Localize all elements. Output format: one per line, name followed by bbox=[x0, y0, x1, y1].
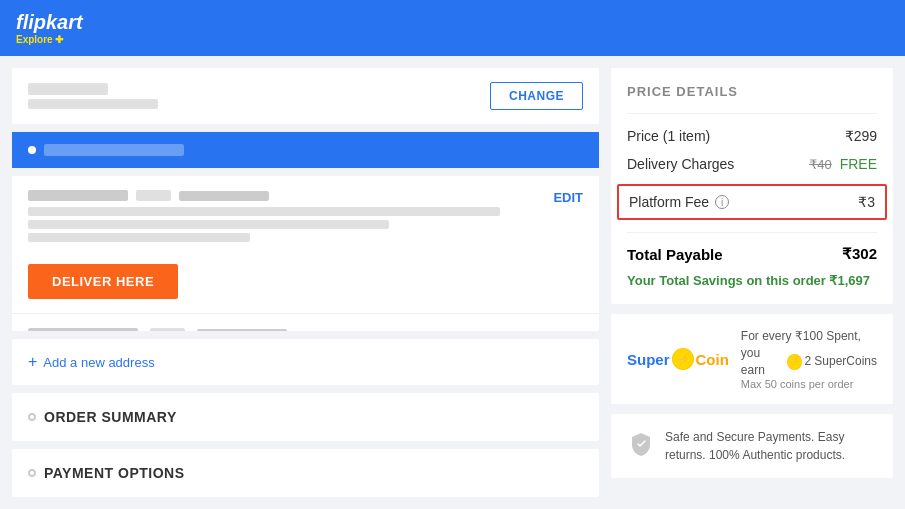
earn-coins-row: you earn ⚡ 2 SuperCoins bbox=[741, 345, 877, 379]
shield-icon bbox=[627, 430, 655, 462]
coins-count: 2 bbox=[805, 353, 812, 370]
main-layout: CHANGE EDIT DELIVER HERE bbox=[0, 56, 905, 509]
platform-fee-info-icon[interactable]: i bbox=[715, 195, 729, 209]
payment-options-dot bbox=[28, 469, 36, 477]
payment-options-section[interactable]: PAYMENT OPTIONS bbox=[12, 449, 599, 497]
address-card-1-header bbox=[28, 190, 583, 201]
order-summary-title: ORDER SUMMARY bbox=[44, 409, 177, 425]
delivery-value-wrap: ₹40 FREE bbox=[809, 156, 877, 172]
supercoin-card: Super ⚡ Coin For every ₹100 Spent, you e… bbox=[611, 314, 893, 404]
add-address-link[interactable]: Add a new address bbox=[43, 355, 154, 370]
addr1-line3 bbox=[28, 233, 250, 242]
user-info bbox=[28, 83, 158, 109]
order-summary-section[interactable]: ORDER SUMMARY bbox=[12, 393, 599, 441]
supercoin-desc-text: For every ₹100 Spent, you earn ⚡ 2 Super… bbox=[741, 328, 877, 378]
deliver-here-button[interactable]: DELIVER HERE bbox=[28, 264, 178, 299]
coin-text: Coin bbox=[696, 351, 729, 368]
price-row: Price (1 item) ₹299 bbox=[627, 128, 877, 144]
price-value: ₹299 bbox=[845, 128, 877, 144]
user-section: CHANGE bbox=[12, 68, 599, 124]
addr1-line1 bbox=[28, 207, 500, 216]
delivery-row: Delivery Charges ₹40 FREE bbox=[627, 156, 877, 172]
change-button[interactable]: CHANGE bbox=[490, 82, 583, 110]
coins-label: SuperCoins bbox=[814, 353, 877, 370]
delivery-original-price: ₹40 bbox=[809, 157, 831, 172]
supercoin-description: For every ₹100 Spent, you earn ⚡ 2 Super… bbox=[741, 328, 877, 390]
price-details-title: PRICE DETAILS bbox=[627, 84, 877, 114]
coin-icon: ⚡ bbox=[672, 348, 694, 370]
super-text: Super bbox=[627, 351, 670, 368]
total-value: ₹302 bbox=[842, 245, 877, 263]
platform-fee-row: Platform Fee i ₹3 bbox=[617, 184, 887, 220]
supercoin-sub-text: Max 50 coins per order bbox=[741, 378, 877, 390]
logo-tagline: Explore ✚ bbox=[16, 34, 83, 45]
security-text: Safe and Secure Payments. Easy returns. … bbox=[665, 428, 877, 464]
top-bar: flipkart Explore ✚ bbox=[0, 0, 905, 56]
price-label: Price (1 item) bbox=[627, 128, 710, 144]
price-details-card: PRICE DETAILS Price (1 item) ₹299 Delive… bbox=[611, 68, 893, 304]
total-label: Total Payable bbox=[627, 246, 723, 263]
delivery-address-header bbox=[12, 132, 599, 168]
addr1-name bbox=[28, 190, 128, 201]
order-summary-dot bbox=[28, 413, 36, 421]
add-icon: + bbox=[28, 353, 37, 371]
edit-address-link[interactable]: EDIT bbox=[553, 190, 583, 205]
addr1-tag bbox=[136, 190, 171, 201]
delivery-label: Delivery Charges bbox=[627, 156, 734, 172]
addr1-line2 bbox=[28, 220, 389, 229]
small-coin-icon: ⚡ bbox=[787, 354, 802, 370]
earn-label: you earn bbox=[741, 345, 784, 379]
addr2-tag bbox=[150, 328, 185, 331]
address-card-2[interactable] bbox=[12, 314, 599, 331]
payment-options-title: PAYMENT OPTIONS bbox=[44, 465, 185, 481]
flipkart-logo: flipkart Explore ✚ bbox=[16, 11, 83, 45]
addr2-phone bbox=[197, 329, 287, 332]
total-row: Total Payable ₹302 bbox=[627, 232, 877, 263]
right-column: PRICE DETAILS Price (1 item) ₹299 Delive… bbox=[611, 68, 893, 497]
user-name-blur bbox=[28, 83, 108, 95]
add-address-section[interactable]: + Add a new address bbox=[12, 339, 599, 385]
left-column: CHANGE EDIT DELIVER HERE bbox=[12, 68, 599, 497]
platform-fee-label-wrap: Platform Fee i bbox=[629, 194, 729, 210]
user-phone-blur bbox=[28, 99, 158, 109]
delivery-header-text bbox=[44, 144, 184, 156]
savings-text: Your Total Savings on this order ₹1,697 bbox=[627, 273, 877, 288]
platform-fee-value: ₹3 bbox=[858, 194, 875, 210]
supercoin-logo: Super ⚡ Coin bbox=[627, 348, 729, 370]
address-section: EDIT DELIVER HERE bbox=[12, 176, 599, 331]
delivery-dot bbox=[28, 146, 36, 154]
delivery-free-label: FREE bbox=[840, 156, 877, 172]
address-card-1: EDIT DELIVER HERE bbox=[12, 176, 599, 314]
addr1-phone bbox=[179, 191, 269, 201]
platform-fee-text: Platform Fee bbox=[629, 194, 709, 210]
addr2-name bbox=[28, 328, 138, 331]
security-card: Safe and Secure Payments. Easy returns. … bbox=[611, 414, 893, 478]
